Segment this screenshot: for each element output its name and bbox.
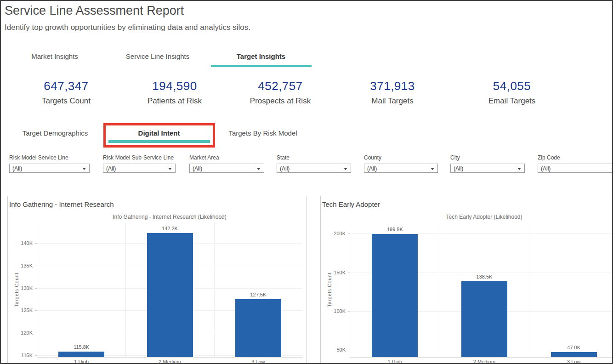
filter-market-area: Market Area (All) [189,154,264,173]
kpi-value: 371,913 [370,79,414,93]
column-divider [440,222,440,357]
y-axis-title: Targets Count [13,222,20,357]
tab-service-line-insights[interactable]: Service Line Insights [126,52,189,60]
risk-model-service-line-dropdown[interactable]: (All) [9,164,90,173]
column-divider [125,222,126,357]
x-axis-label: 2 Medium [473,359,495,364]
y-tick-mark [35,310,37,311]
y-tick-mark [35,266,37,266]
risk-model-sub-service-line-dropdown[interactable]: (All) [103,164,176,173]
bar-value-label: 127.5K [250,292,266,297]
y-axis-title: Targets Count [326,222,333,357]
filter-label: State [277,154,351,161]
chevron-down-icon [168,168,172,170]
bar-2-medium[interactable] [461,281,507,357]
kpi-label: Email Targets [488,97,536,106]
filter-risk-model-sub-service-line: Risk Model Sub-Service Line (All) [103,154,176,173]
tab-target-insights[interactable]: Target Insights [237,52,285,60]
dropdown-value: (All) [12,165,22,172]
active-tab-underline [211,65,312,67]
filter-label: County [364,154,438,161]
subtab-targets-by-risk-model[interactable]: Targets By Risk Model [228,129,297,137]
dropdown-value: (All) [541,165,551,172]
bar-1-high[interactable] [372,234,418,357]
bar-value-label: 138.5K [477,274,493,279]
y-tick-mark [35,243,37,244]
y-tick-mark [348,350,350,350]
chart-panel-tech-early-adopter: Tech Early Adopter Tech Early Adopter (L… [320,196,613,364]
bar-chart-info-gathering: 115K120K125K130K135K140K115.8K1 High142.… [37,222,302,358]
kpi-targets-count: 647,347 Targets Count [42,79,91,106]
chevron-down-icon [344,168,347,170]
chevron-down-icon [517,168,521,170]
county-dropdown[interactable]: (All) [364,164,438,173]
filter-label: Market Area [189,154,264,161]
kpi-label: Patients at Risk [148,97,202,106]
y-tick-mark [348,233,350,234]
kpi-label: Mail Targets [370,97,414,106]
bar-chart-tech-early-adopter: 50K100K150K200K199.8K1 High138.5K2 Mediu… [350,222,613,358]
chart-panel-info-gathering: Info Gathering - Internet Research Info … [7,196,306,364]
page-subtitle: Identify top growth opportunities by eli… [5,23,250,32]
column-divider [529,222,529,357]
column-divider [214,222,215,357]
chart-title: Tech Early Adopter (Likelihood) [350,214,613,220]
x-axis-label: 2 Medium [159,359,181,364]
state-dropdown[interactable]: (All) [277,164,351,173]
filter-label: Risk Model Service Line [9,154,90,161]
x-axis-label: 1 High [74,359,89,364]
dropdown-value: (All) [280,165,289,172]
x-axis-label: 1 High [387,359,402,364]
bar-1-high[interactable] [58,352,104,357]
bar-value-label: 199.8K [387,227,403,232]
page-title: Service Line Assessment Report [5,4,184,18]
dropdown-value: (All) [106,165,116,172]
bar-value-label: 115.8K [74,344,89,350]
chart-title: Info Gathering - Internet Research (Like… [37,214,302,220]
bar-3-low[interactable] [551,352,597,357]
y-tick-mark [35,288,37,289]
market-area-dropdown[interactable]: (All) [189,164,264,173]
kpi-label: Targets Count [42,97,91,106]
subtab-target-demographics[interactable]: Target Demographics [23,129,88,137]
y-tick-mark [348,273,350,273]
city-dropdown[interactable]: (All) [450,164,525,173]
y-tick-mark [35,333,37,333]
filter-label: Risk Model Sub-Service Line [103,154,176,161]
kpi-patients-at-risk: 194,590 Patients at Risk [148,79,202,106]
x-axis-label: 3 Low [567,359,580,364]
x-axis-label: 3 Low [251,359,265,364]
bar-3-low[interactable] [235,299,281,357]
panel-title: Tech Early Adopter [322,200,380,208]
y-tick-mark [35,355,37,356]
filter-risk-model-service-line: Risk Model Service Line (All) [9,154,90,173]
dropdown-value: (All) [367,165,377,172]
kpi-mail-targets: 371,913 Mail Targets [370,79,414,106]
kpi-value: 54,055 [488,79,536,93]
dropdown-value: (All) [193,165,202,172]
filter-label: Zip Code [538,154,613,161]
filter-zip-code: Zip Code (All) [538,154,613,173]
bar-value-label: 142.2K [162,226,178,231]
tab-market-insights[interactable]: Market Insights [31,52,78,60]
kpi-label: Prospects at Risk [250,97,311,106]
dashboard-window: Service Line Assessment Report Identify … [0,0,613,364]
y-tick-mark [348,311,350,312]
kpi-value: 194,590 [148,79,202,93]
filter-county: County (All) [364,154,438,173]
zip-code-dropdown[interactable]: (All) [538,164,613,173]
chevron-down-icon [431,168,434,170]
filter-state: State (All) [277,154,351,173]
chevron-down-icon [257,168,261,170]
kpi-value: 647,347 [42,79,91,93]
filter-city: City (All) [450,154,525,173]
bar-2-medium[interactable] [147,233,193,357]
panel-title: Info Gathering - Internet Research [9,200,114,208]
filter-label: City [450,154,525,161]
kpi-prospects-at-risk: 452,757 Prospects at Risk [250,79,311,106]
annotation-red-box [103,123,215,148]
chevron-down-icon [82,168,86,170]
chevron-down-icon [611,168,613,170]
dropdown-value: (All) [454,165,463,172]
bar-value-label: 47.0K [567,345,580,350]
